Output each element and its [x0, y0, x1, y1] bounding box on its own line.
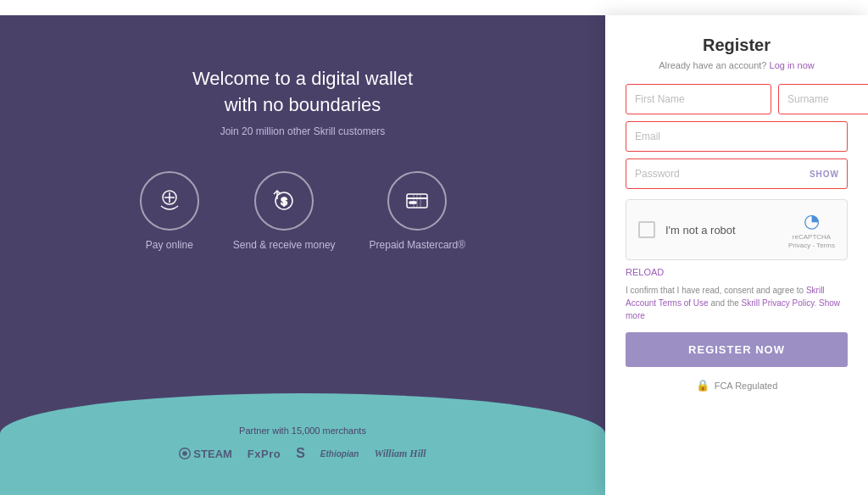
login-link[interactable]: Log in now [770, 60, 815, 70]
surname-input[interactable] [778, 84, 868, 114]
svg-text:$: $ [281, 195, 288, 208]
register-title: Register [703, 36, 771, 55]
card-icon [402, 186, 432, 216]
partner-text: Partner with 15,000 merchants [239, 425, 366, 436]
email-row [626, 121, 848, 152]
password-wrapper: SHOW [626, 159, 848, 189]
send-receive-icon-circle: $ [254, 171, 314, 231]
recaptcha-icon: ◔ [804, 210, 820, 232]
captcha-checkbox[interactable] [638, 221, 655, 238]
main-container: Welcome to a digital wallet with no boun… [0, 15, 868, 495]
steam-logo: STEAM [179, 448, 232, 460]
feature-pay-online: Pay online [140, 171, 199, 251]
register-form-panel: Register Already have an account? Log in… [605, 15, 868, 495]
fca-label: FCA Regulated [715, 381, 778, 391]
reload-link[interactable]: RELOAD [626, 267, 664, 277]
terms-text: I confirm that I have read, consent and … [626, 284, 848, 322]
show-password-button[interactable]: SHOW [810, 170, 839, 179]
name-row [626, 84, 848, 114]
left-panel: Welcome to a digital wallet with no boun… [0, 15, 605, 495]
mastercard-label: Prepaid Mastercard® [370, 239, 466, 251]
captcha-logo: ◔ reCAPTCHA Privacy - Terms [788, 210, 835, 249]
skype-logo: S [296, 446, 305, 461]
pay-online-label: Pay online [146, 239, 193, 251]
login-row: Already have an account? Log in now [659, 60, 814, 70]
captcha-box[interactable]: I'm not a robot ◔ reCAPTCHA Privacy - Te… [626, 199, 848, 260]
captcha-left: I'm not a robot [638, 221, 736, 238]
mastercard-icon-circle [387, 171, 447, 231]
pay-online-icon-circle [140, 171, 199, 231]
screen-wrapper: Welcome to a digital wallet with no boun… [0, 0, 868, 495]
transfer-icon: $ [269, 186, 299, 216]
top-bar [0, 0, 868, 15]
terms-link-privacy[interactable]: Skrill Privacy Policy [742, 298, 815, 308]
send-receive-label: Send & receive money [233, 239, 336, 251]
svg-point-13 [183, 451, 188, 456]
first-name-input[interactable] [626, 84, 771, 114]
captcha-privacy-text: Privacy - Terms [788, 242, 835, 249]
fca-row: 🔒 FCA Regulated [696, 379, 778, 392]
partner-logos: STEAM FxPro S Ethiopian William Hill [179, 446, 426, 461]
partner-section: Partner with 15,000 merchants STEAM FxPr… [0, 425, 605, 461]
ethiopian-logo: Ethiopian [320, 449, 359, 459]
welcome-title: Welcome to a digital wallet with no boun… [25, 66, 580, 119]
steam-text: STEAM [193, 448, 232, 460]
feature-send-receive: $ Send & receive money [233, 171, 336, 251]
captcha-brand-text: reCAPTCHA [793, 234, 831, 241]
lock-icon: 🔒 [696, 379, 709, 392]
features-row: Pay online $ Send & receive mone [25, 171, 580, 251]
captcha-label: I'm not a robot [665, 224, 736, 236]
already-account-text: Already have an account? [659, 60, 766, 70]
register-button[interactable]: REGISTER NOW [626, 332, 848, 367]
fxpro-logo: FxPro [248, 448, 281, 460]
feature-mastercard: Prepaid Mastercard® [370, 171, 466, 251]
svg-rect-8 [409, 202, 416, 203]
welcome-subtitle: Join 20 million other Skrill customers [25, 125, 580, 137]
email-input[interactable] [626, 121, 848, 152]
wallet-icon [154, 186, 185, 216]
williamhill-logo: William Hill [374, 448, 426, 460]
